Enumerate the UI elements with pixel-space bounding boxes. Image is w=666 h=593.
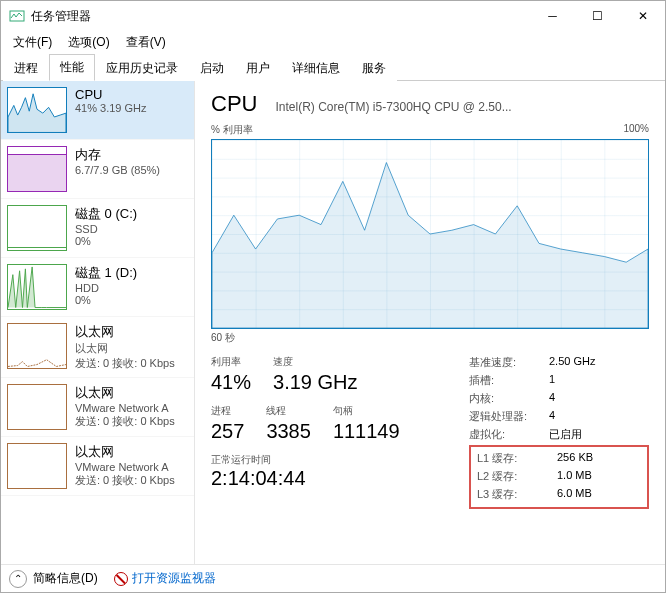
lprocs-value: 4 <box>549 409 555 424</box>
sidebar-eth1-sub: VMware Network A <box>75 402 175 414</box>
handles-label: 句柄 <box>333 404 400 418</box>
chart-bottom-label: 60 秒 <box>211 331 649 345</box>
sidebar-item-memory[interactable]: 内存 6.7/7.9 GB (85%) <box>1 140 194 199</box>
sidebar-mem-name: 内存 <box>75 146 160 164</box>
sidebar-disk1-name: 磁盘 1 (D:) <box>75 264 137 282</box>
sidebar-eth0-sub2: 发送: 0 接收: 0 Kbps <box>75 356 175 371</box>
speed-value: 3.19 GHz <box>273 371 357 394</box>
memory-thumb <box>7 146 67 192</box>
main-title: CPU <box>211 91 257 117</box>
proc-label: 进程 <box>211 404 244 418</box>
l1-value: 256 KB <box>557 451 593 466</box>
tabbar: 进程 性能 应用历史记录 启动 用户 详细信息 服务 <box>1 53 665 81</box>
menu-file[interactable]: 文件(F) <box>5 32 60 53</box>
sidebar-mem-sub: 6.7/7.9 GB (85%) <box>75 164 160 176</box>
eth2-thumb <box>7 443 67 489</box>
sidebar-disk1-sub: HDD <box>75 282 137 294</box>
lprocs-label: 逻辑处理器: <box>469 409 549 424</box>
sidebar-item-disk0[interactable]: 磁盘 0 (C:) SSD 0% <box>1 199 194 258</box>
sidebar-cpu-name: CPU <box>75 87 147 102</box>
sidebar-disk0-name: 磁盘 0 (C:) <box>75 205 137 223</box>
proc-value: 257 <box>211 420 244 443</box>
cpu-chart[interactable] <box>211 139 649 329</box>
maximize-button[interactable]: ☐ <box>575 1 620 31</box>
l2-value: 1.0 MB <box>557 469 592 484</box>
sidebar-cpu-sub: 41% 3.19 GHz <box>75 102 147 114</box>
disk1-thumb <box>7 264 67 310</box>
eth1-thumb <box>7 384 67 430</box>
app-icon <box>9 8 25 24</box>
util-value: 41% <box>211 371 251 394</box>
footer: ⌃ 简略信息(D) 打开资源监视器 <box>1 564 665 592</box>
window-title: 任务管理器 <box>31 8 91 25</box>
l2-label: L2 缓存: <box>477 469 557 484</box>
base-speed-label: 基准速度: <box>469 355 549 370</box>
tab-processes[interactable]: 进程 <box>3 55 49 81</box>
collapse-icon[interactable]: ⌃ <box>9 570 27 588</box>
l1-label: L1 缓存: <box>477 451 557 466</box>
resource-monitor-link[interactable]: 打开资源监视器 <box>114 570 216 587</box>
sidebar-eth2-sub: VMware Network A <box>75 461 175 473</box>
menu-options[interactable]: 选项(O) <box>60 32 117 53</box>
eth0-thumb <box>7 323 67 369</box>
util-label: 利用率 <box>211 355 251 369</box>
l3-label: L3 缓存: <box>477 487 557 502</box>
sockets-value: 1 <box>549 373 555 388</box>
l3-value: 6.0 MB <box>557 487 592 502</box>
sidebar-eth2-sub2: 发送: 0 接收: 0 Kbps <box>75 473 175 488</box>
disk0-thumb <box>7 205 67 251</box>
sidebar-item-eth1[interactable]: 以太网 VMware Network A 发送: 0 接收: 0 Kbps <box>1 378 194 437</box>
chart-label-right: 100% <box>623 123 649 137</box>
sidebar-eth2-name: 以太网 <box>75 443 175 461</box>
sidebar-eth0-name: 以太网 <box>75 323 175 341</box>
sidebar-eth1-sub2: 发送: 0 接收: 0 Kbps <box>75 414 175 429</box>
brief-info-link[interactable]: 简略信息(D) <box>33 570 98 587</box>
uptime-value: 2:14:04:44 <box>211 467 469 490</box>
cache-highlight-box: L1 缓存:256 KB L2 缓存:1.0 MB L3 缓存:6.0 MB <box>469 445 649 509</box>
menu-view[interactable]: 查看(V) <box>118 32 174 53</box>
sidebar[interactable]: CPU 41% 3.19 GHz 内存 6.7/7.9 GB (85%) 磁盘 … <box>1 81 195 564</box>
virt-value: 已启用 <box>549 427 582 442</box>
cpu-thumb <box>7 87 67 133</box>
cores-value: 4 <box>549 391 555 406</box>
base-speed-value: 2.50 GHz <box>549 355 595 370</box>
tab-startup[interactable]: 启动 <box>189 55 235 81</box>
uptime-label: 正常运行时间 <box>211 453 469 467</box>
sidebar-item-eth2[interactable]: 以太网 VMware Network A 发送: 0 接收: 0 Kbps <box>1 437 194 496</box>
sidebar-item-eth0[interactable]: 以太网 以太网 发送: 0 接收: 0 Kbps <box>1 317 194 378</box>
tab-performance[interactable]: 性能 <box>49 54 95 81</box>
threads-label: 线程 <box>266 404 311 418</box>
tab-services[interactable]: 服务 <box>351 55 397 81</box>
main-panel: CPU Intel(R) Core(TM) i5-7300HQ CPU @ 2.… <box>195 81 665 564</box>
resmon-icon <box>114 572 128 586</box>
tab-users[interactable]: 用户 <box>235 55 281 81</box>
sidebar-item-cpu[interactable]: CPU 41% 3.19 GHz <box>1 81 194 140</box>
menubar: 文件(F) 选项(O) 查看(V) <box>1 31 665 53</box>
sidebar-disk0-sub2: 0% <box>75 235 137 247</box>
sidebar-disk0-sub: SSD <box>75 223 137 235</box>
sidebar-item-disk1[interactable]: 磁盘 1 (D:) HDD 0% <box>1 258 194 317</box>
sidebar-eth0-sub: 以太网 <box>75 341 175 356</box>
handles-value: 111149 <box>333 420 400 443</box>
chart-label-left: % 利用率 <box>211 123 253 137</box>
titlebar: 任务管理器 ─ ☐ ✕ <box>1 1 665 31</box>
virt-label: 虚拟化: <box>469 427 549 442</box>
tab-details[interactable]: 详细信息 <box>281 55 351 81</box>
minimize-button[interactable]: ─ <box>530 1 575 31</box>
cores-label: 内核: <box>469 391 549 406</box>
speed-label: 速度 <box>273 355 357 369</box>
close-button[interactable]: ✕ <box>620 1 665 31</box>
sidebar-eth1-name: 以太网 <box>75 384 175 402</box>
threads-value: 3385 <box>266 420 311 443</box>
sockets-label: 插槽: <box>469 373 549 388</box>
sidebar-disk1-sub2: 0% <box>75 294 137 306</box>
tab-app-history[interactable]: 应用历史记录 <box>95 55 189 81</box>
main-subtitle: Intel(R) Core(TM) i5-7300HQ CPU @ 2.50..… <box>275 100 511 114</box>
